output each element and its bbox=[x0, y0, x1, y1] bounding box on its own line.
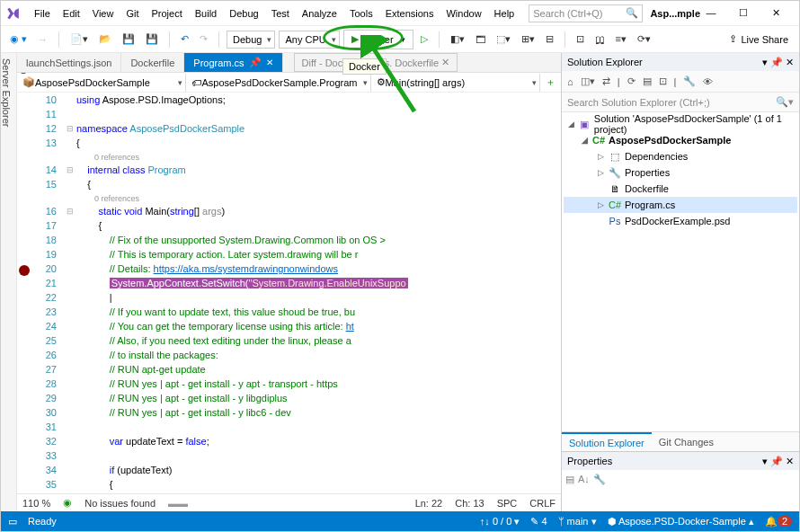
preview-icon[interactable]: 👁 bbox=[701, 75, 715, 89]
run-target-button[interactable]: ▶ Docker bbox=[343, 30, 413, 49]
errors-indicator[interactable]: ↑↓ 0 / 0 ▾ bbox=[480, 516, 520, 528]
tb-icon-6[interactable]: ⊡ bbox=[573, 31, 588, 47]
maximize-button[interactable]: ☐ bbox=[733, 7, 754, 19]
menu-test[interactable]: Test bbox=[266, 4, 295, 22]
save-all-icon[interactable]: 💾 bbox=[142, 31, 162, 47]
dependencies-node[interactable]: ▷⬚Dependencies bbox=[564, 148, 797, 164]
pin-icon[interactable]: 📌 bbox=[249, 57, 262, 68]
menu-git[interactable]: Git bbox=[120, 4, 144, 22]
branch-indicator[interactable]: ᛘ main ▾ bbox=[558, 516, 597, 528]
tb-icon-9[interactable]: ⟳▾ bbox=[634, 31, 654, 47]
repo-indicator[interactable]: ⬢ Aspose.PSD-Docker-Sample ▴ bbox=[608, 516, 754, 528]
issues-label[interactable]: No issues found bbox=[84, 498, 156, 509]
menu-view[interactable]: View bbox=[87, 4, 120, 22]
dropdown-icon[interactable]: ▾ bbox=[762, 456, 768, 466]
close-tab-icon[interactable]: ✕ bbox=[266, 58, 273, 67]
class-scope-combo[interactable]: 🏷 AsposePsdDockerSample.Program bbox=[186, 74, 370, 92]
project-scope-combo[interactable]: 📦 AsposePsdDockerSample bbox=[17, 74, 186, 92]
minimize-button[interactable]: — bbox=[700, 7, 722, 19]
solution-explorer-tab[interactable]: Solution Explorer bbox=[562, 432, 652, 451]
code-editor[interactable]: 1011121314151617181920212223242526272829… bbox=[17, 93, 561, 493]
program-cs-node[interactable]: ▷C#Program.cs bbox=[564, 197, 797, 213]
tb-icon-8[interactable]: ≡▾ bbox=[612, 31, 630, 47]
window-controls: — ☐ ✕ bbox=[700, 7, 794, 19]
menu-analyze[interactable]: Analyze bbox=[297, 4, 342, 22]
notifications-button[interactable]: 🔔2 bbox=[765, 516, 792, 528]
sync-icon[interactable]: ⇄ bbox=[600, 74, 612, 89]
tb-icon-2[interactable]: 🗔 bbox=[472, 32, 489, 47]
solution-icon: ▣ bbox=[579, 119, 591, 130]
solution-search[interactable]: Search Solution Explorer (Ctrl+;)🔍▾ bbox=[562, 93, 799, 112]
output-icon[interactable]: ▭ bbox=[8, 516, 17, 528]
tab-launchsettings[interactable]: launchSettings.json bbox=[17, 53, 121, 72]
home-icon[interactable]: ⌂ bbox=[565, 75, 575, 89]
tab-dockerfile[interactable]: Dockerfile bbox=[121, 53, 184, 72]
zoom-level[interactable]: 110 % bbox=[22, 498, 50, 509]
tb-icon-3[interactable]: ⬚▾ bbox=[493, 31, 514, 47]
eol-indicator[interactable]: CRLF bbox=[529, 498, 556, 509]
tab-program-cs[interactable]: Program.cs📌✕ bbox=[184, 53, 282, 72]
redo-icon[interactable]: ↷ bbox=[196, 31, 211, 47]
dockerfile-node[interactable]: 🗎Dockerfile bbox=[564, 181, 797, 197]
solution-node[interactable]: ◢▣Solution 'AsposePsdDockerSample' (1 of… bbox=[564, 116, 797, 132]
global-search[interactable]: Search (Ctrl+Q) 🔍 bbox=[529, 4, 643, 22]
indent-indicator[interactable]: SPC bbox=[497, 498, 518, 509]
menu-debug[interactable]: Debug bbox=[224, 4, 263, 22]
new-project-icon[interactable]: 📄▾ bbox=[67, 31, 92, 47]
add-icon[interactable]: ＋ bbox=[540, 75, 561, 89]
refresh-icon[interactable]: ⟳ bbox=[626, 74, 637, 89]
show-all-icon[interactable]: ⊡ bbox=[657, 74, 669, 89]
play-icon: ▶ bbox=[351, 33, 359, 45]
psd-icon: Ps bbox=[609, 216, 621, 226]
close-button[interactable]: ✕ bbox=[765, 7, 787, 19]
views-icon[interactable]: ◫▾ bbox=[579, 74, 597, 89]
psd-node[interactable]: PsPsdDockerExample.psd bbox=[564, 213, 797, 229]
start-without-debug-icon[interactable]: ▷ bbox=[417, 31, 431, 47]
undo-icon[interactable]: ↶ bbox=[177, 31, 192, 47]
menu-file[interactable]: File bbox=[29, 4, 56, 22]
pin-icon[interactable]: 📌 bbox=[770, 57, 783, 67]
alpha-icon[interactable]: A↓ bbox=[578, 474, 590, 508]
dropdown-icon[interactable]: ▾ bbox=[762, 57, 768, 67]
menu-tools[interactable]: Tools bbox=[344, 4, 378, 22]
close-panel-icon[interactable]: ✕ bbox=[786, 57, 794, 67]
solution-explorer-title: Solution Explorer ▾ 📌 ✕ bbox=[562, 53, 799, 71]
csproj-icon: C# bbox=[592, 135, 605, 146]
close-panel-icon[interactable]: ✕ bbox=[786, 456, 794, 466]
menu-help[interactable]: Help bbox=[489, 4, 520, 22]
close-tab-icon[interactable]: ✕ bbox=[441, 57, 449, 68]
platform-combo[interactable]: Any CPU bbox=[279, 31, 339, 49]
server-explorer-tab[interactable]: Server Explorer bbox=[1, 58, 12, 511]
menu-build[interactable]: Build bbox=[190, 4, 222, 22]
config-combo[interactable]: Debug bbox=[227, 31, 275, 49]
pin-icon[interactable]: 📌 bbox=[770, 456, 783, 466]
forward-button[interactable]: → bbox=[34, 32, 51, 47]
menu-extensions[interactable]: Extensions bbox=[380, 4, 440, 22]
solution-tree[interactable]: ◢▣Solution 'AsposePsdDockerSample' (1 of… bbox=[562, 112, 799, 431]
member-scope-combo[interactable]: ⚙ Main(string[] args) bbox=[371, 74, 540, 92]
run-target-label: Docker bbox=[362, 34, 394, 45]
menu-project[interactable]: Project bbox=[146, 4, 187, 22]
wrench-icon[interactable]: 🔧 bbox=[593, 474, 606, 508]
git-changes-tab[interactable]: Git Changes bbox=[652, 432, 721, 451]
categorized-icon[interactable]: ▤ bbox=[565, 474, 574, 508]
properties-node[interactable]: ▷🔧Properties bbox=[564, 164, 797, 181]
menu-edit[interactable]: Edit bbox=[58, 4, 85, 22]
selection-indicator[interactable]: ✎ 4 bbox=[530, 516, 547, 528]
save-icon[interactable]: 💾 bbox=[119, 31, 138, 47]
collapse-icon[interactable]: ▤ bbox=[641, 74, 653, 89]
tb-icon-7[interactable]: 🕮 bbox=[591, 32, 609, 47]
breakpoint-icon[interactable] bbox=[19, 265, 30, 276]
properties-panel: Properties▾ 📌 ✕ ▤ A↓ 🔧 bbox=[562, 451, 799, 511]
tb-icon-4[interactable]: ⊞▾ bbox=[518, 31, 538, 47]
tb-icon-5[interactable]: ⊟ bbox=[542, 31, 557, 47]
live-share[interactable]: ⇪ Live Share bbox=[729, 33, 794, 45]
editor-area: launchSettings.json Dockerfile Program.c… bbox=[17, 53, 561, 511]
open-icon[interactable]: 📂 bbox=[95, 31, 115, 47]
back-button[interactable]: ◉ ▾ bbox=[6, 31, 31, 47]
properties-icon[interactable]: 🔧 bbox=[681, 74, 698, 89]
tb-icon-1[interactable]: ◧▾ bbox=[447, 31, 468, 47]
cs-icon: C# bbox=[609, 200, 621, 210]
menu-window[interactable]: Window bbox=[440, 4, 486, 22]
code-lines[interactable]: using Aspose.PSD.ImageOptions;namespace … bbox=[76, 93, 561, 493]
